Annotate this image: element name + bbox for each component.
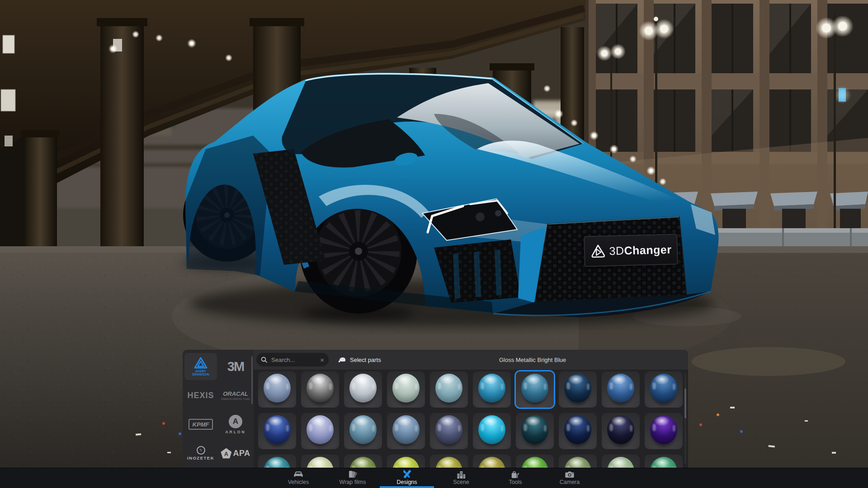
brand-inozetek[interactable]: ϟ INOZETEK: [184, 440, 217, 467]
inozetek-logo: ϟ: [197, 446, 205, 455]
wrap-films-panel: AVERY DENNISON 3M HEXIS ORACAL PREMIUM G…: [183, 350, 688, 468]
vehicles-label: Vehicles: [288, 479, 309, 485]
swatch-grid: [254, 370, 688, 468]
search-input-wrap: ×: [256, 353, 329, 366]
swatch-scrollbar[interactable]: [684, 389, 686, 418]
main-toolbar: Vehicles Wrap films Designs: [0, 468, 868, 488]
paint-sphere: [307, 415, 334, 444]
tab-tools[interactable]: Tools: [488, 468, 542, 488]
swatch-r3c8[interactable]: [559, 455, 597, 468]
tab-camera[interactable]: Camera: [542, 468, 597, 488]
tab-designs[interactable]: Designs: [380, 468, 434, 488]
swatch-r2c10[interactable]: [645, 413, 683, 449]
brand-arlon[interactable]: A ARLON: [219, 411, 252, 438]
paint-sphere: [607, 457, 634, 468]
brand-3m[interactable]: 3M: [219, 353, 252, 380]
tab-scene[interactable]: Scene: [434, 468, 488, 488]
swatch-r3c5[interactable]: [430, 455, 468, 468]
swatch-r2c8[interactable]: [559, 413, 597, 449]
tab-wrap-films[interactable]: Wrap films: [326, 468, 380, 488]
paint-sphere: [435, 457, 462, 468]
3m-logo: 3M: [227, 359, 244, 374]
oracal-logo: ORACAL: [223, 390, 248, 397]
swatch-r1c6[interactable]: [473, 371, 511, 408]
search-input[interactable]: [270, 356, 317, 364]
oracal-tagline: PREMIUM GRAPHIC FILMS: [221, 398, 250, 400]
swatch-r2c5[interactable]: [430, 413, 468, 449]
swatch-r3c10[interactable]: [645, 455, 683, 468]
brand-apa[interactable]: A APA: [219, 440, 252, 467]
swatch-r2c7[interactable]: [516, 413, 554, 449]
hexis-logo: HEXIS: [187, 391, 214, 400]
wrap-films-label: Wrap films: [340, 479, 366, 485]
paint-sphere: [650, 374, 677, 403]
swatch-row: [258, 455, 683, 468]
inozetek-label: INOZETEK: [187, 455, 214, 460]
3dchanger-logo-icon: [590, 244, 606, 258]
swatch-r3c4[interactable]: [387, 455, 425, 468]
arlon-label: ARLON: [225, 430, 245, 434]
tab-vehicles[interactable]: Vehicles: [271, 468, 326, 488]
swatch-r3c9[interactable]: [602, 455, 640, 468]
paint-sphere: [478, 457, 505, 468]
arlon-logo: A: [229, 415, 242, 428]
brand-avery-dennison[interactable]: AVERY DENNISON: [184, 353, 217, 380]
swatch-r3c2[interactable]: [301, 455, 339, 468]
swatch-r1c8[interactable]: [559, 371, 597, 408]
swatch-r3c7[interactable]: [516, 455, 554, 468]
mirror-icon: [338, 357, 346, 363]
select-parts-button[interactable]: Select parts: [338, 357, 381, 363]
tools-label: Tools: [509, 479, 522, 485]
swatch-row: [258, 413, 683, 449]
paint-sphere: [521, 374, 548, 403]
paint-sphere: [307, 457, 334, 468]
brand-oracal[interactable]: ORACAL PREMIUM GRAPHIC FILMS: [219, 382, 252, 409]
brand-kpmf[interactable]: KPMF: [184, 411, 217, 438]
viewport-3d[interactable]: 3DChanger AVERY DENNISON 3M HEXIS ORACAL…: [0, 0, 868, 488]
vehicles-icon: [293, 470, 304, 479]
swatch-r2c4[interactable]: [387, 413, 425, 449]
swatch-r2c1[interactable]: [258, 413, 296, 449]
swatch-gloss-metallic-bright-blue[interactable]: [516, 371, 554, 408]
paint-sphere: [650, 415, 677, 444]
swatch-r2c6[interactable]: [473, 413, 511, 449]
swatch-r1c9[interactable]: [602, 371, 640, 408]
panel-topbar: × Select parts Gloss Metallic Bright Blu…: [254, 350, 688, 370]
search-icon: [261, 357, 267, 363]
paint-sphere: [349, 415, 377, 444]
swatch-r2c3[interactable]: [344, 413, 382, 449]
swatch-row: [258, 371, 683, 408]
scene-label: Scene: [453, 479, 469, 485]
paint-sphere: [264, 374, 291, 403]
grille-plate: 3DChanger: [584, 234, 678, 267]
paint-sphere: [349, 374, 377, 403]
camera-icon: [565, 470, 575, 479]
wrap-films-icon: [348, 470, 358, 479]
paint-sphere: [392, 374, 420, 403]
paint-sphere: [264, 415, 291, 444]
swatch-r1c1[interactable]: [258, 371, 296, 408]
clear-search-icon[interactable]: ×: [320, 357, 324, 363]
swatch-r1c5[interactable]: [430, 371, 468, 408]
swatch-r1c2[interactable]: [301, 371, 339, 408]
swatch-r1c3[interactable]: [344, 371, 382, 408]
paint-sphere: [307, 374, 334, 403]
paint-sphere: [521, 415, 548, 444]
swatch-r3c1[interactable]: [258, 455, 296, 468]
swatch-r1c4[interactable]: [387, 371, 425, 408]
select-parts-label: Select parts: [350, 357, 381, 363]
paint-sphere: [650, 457, 677, 468]
paint-sphere: [564, 457, 591, 468]
paint-sphere: [392, 415, 420, 444]
swatch-r1c10[interactable]: [645, 371, 683, 408]
brand-hexis[interactable]: HEXIS: [184, 382, 217, 409]
sidebar-scrollbar[interactable]: [251, 356, 253, 404]
swatch-r2c2[interactable]: [301, 413, 339, 449]
plate-text: 3DChanger: [609, 243, 672, 257]
swatch-r3c6[interactable]: [473, 455, 511, 468]
swatch-r3c3[interactable]: [344, 455, 382, 468]
swatch-r2c9[interactable]: [602, 413, 640, 449]
paint-sphere: [478, 374, 505, 403]
kpmf-logo: KPMF: [189, 419, 213, 430]
paint-sphere: [564, 374, 591, 403]
